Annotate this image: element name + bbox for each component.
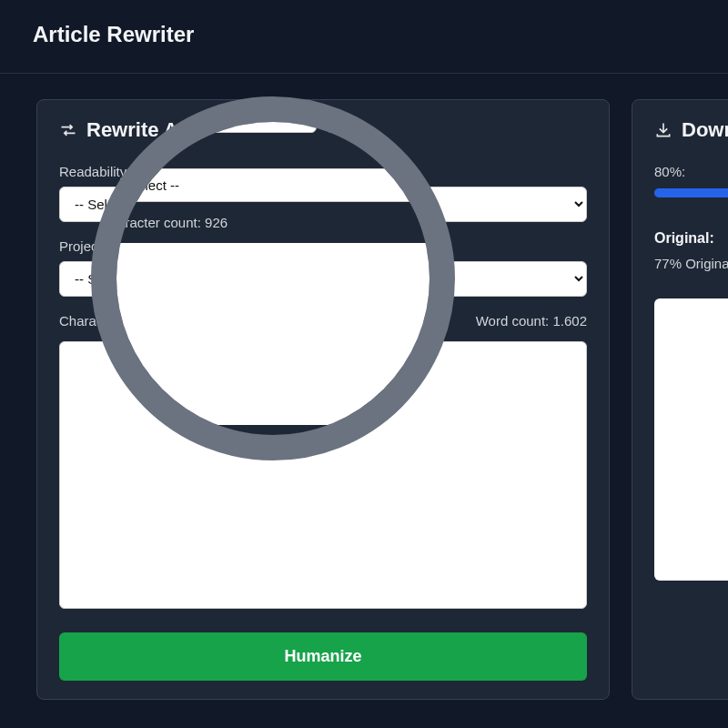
swap-icon: [59, 121, 77, 139]
progress-fill: [654, 188, 728, 197]
download-card-header: Download: [654, 118, 728, 142]
original-title: Original:: [654, 230, 728, 247]
char-count-right: Word count: 1.602: [476, 313, 587, 329]
mag-char-count: Character count: 926: [100, 215, 455, 230]
app-header: Article Rewriter: [0, 0, 728, 74]
download-icon: [654, 121, 672, 139]
page-title: Article Rewriter: [33, 22, 695, 47]
original-text: 77% Original: [654, 256, 728, 271]
mag-box: [100, 243, 455, 425]
magnifier: Readability: -- Select -- Project: -- Se…: [91, 96, 455, 460]
percent-label: 80%:: [654, 164, 728, 179]
download-card: Download 80%: Original: 77% Original: [632, 99, 728, 700]
output-box: [654, 298, 728, 581]
progress-bar: [654, 188, 728, 197]
humanize-button[interactable]: Humanize: [59, 632, 587, 681]
download-card-title: Download: [682, 118, 728, 142]
mag-project-select[interactable]: -- Select --: [100, 168, 455, 202]
